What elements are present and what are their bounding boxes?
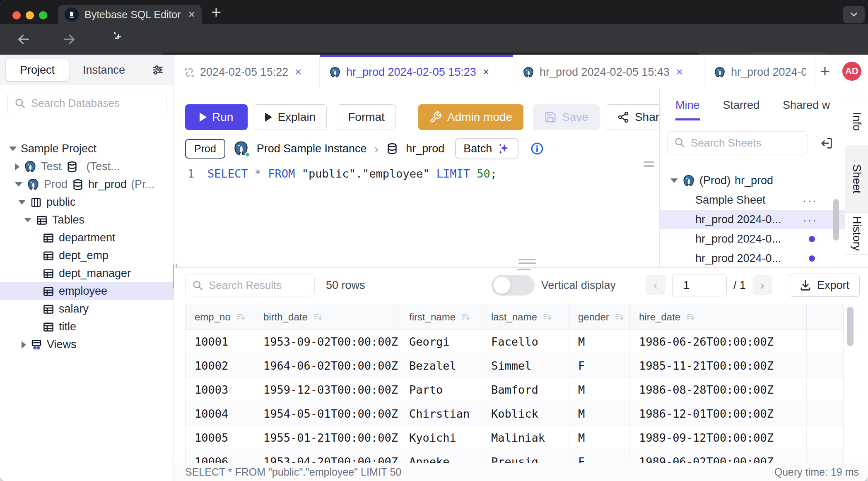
tab-starred[interactable]: Starred <box>723 99 760 118</box>
close-sheet-icon[interactable]: × <box>676 66 683 79</box>
tab-shared[interactable]: Shared w <box>783 99 830 118</box>
sort-icon[interactable] <box>313 312 323 322</box>
sheet-item-unsaved[interactable]: hr_prod 2024-0... <box>660 229 845 249</box>
tree-item-tables-group[interactable]: Tables <box>0 211 174 229</box>
search-results-input[interactable] <box>185 274 315 296</box>
search-databases-input[interactable] <box>7 92 166 114</box>
save-button[interactable]: Save <box>533 104 600 130</box>
sheet-item-selected[interactable]: hr_prod 2024-0... ··· <box>660 210 845 229</box>
tree-item-views-group[interactable]: Views <box>0 336 174 354</box>
environment-badge[interactable]: Prod <box>185 139 225 159</box>
search-icon <box>14 97 26 109</box>
sort-icon[interactable] <box>461 312 471 322</box>
batch-mode-button[interactable]: Batch <box>455 138 518 159</box>
caret-right-icon[interactable] <box>15 163 19 171</box>
more-icon[interactable]: ··· <box>803 213 817 227</box>
import-sheet-icon[interactable] <box>820 136 834 150</box>
strip-tab-history[interactable]: History <box>845 213 868 255</box>
caret-down-icon[interactable] <box>15 182 22 187</box>
info-icon[interactable] <box>530 142 544 156</box>
run-button[interactable]: Run <box>185 104 248 130</box>
caret-down-icon[interactable] <box>18 200 26 204</box>
sql-editor[interactable]: 1 SELECT * FROM "public"."employee" LIMI… <box>174 167 659 180</box>
page-input[interactable] <box>672 274 727 296</box>
new-tab-button[interactable]: + <box>207 3 225 22</box>
sort-icon[interactable] <box>685 312 696 322</box>
caret-down-icon[interactable] <box>24 218 31 222</box>
tree-item-dept-manager[interactable]: dept_manager <box>0 265 174 282</box>
strip-tab-sheet[interactable]: Sheet <box>845 145 868 213</box>
sheet-tab-3[interactable]: hr_prod 2024-02-05 15:43 × <box>513 55 704 88</box>
explain-button[interactable]: Explain <box>254 104 327 130</box>
sort-icon[interactable] <box>542 312 553 322</box>
caret-down-icon[interactable] <box>9 147 17 151</box>
tab-instance[interactable]: Instance <box>69 59 139 81</box>
avatar[interactable]: AD <box>842 62 861 81</box>
editor-results-resize-handle[interactable] <box>518 257 536 266</box>
database-name[interactable]: hr_prod <box>406 142 444 155</box>
reload-icon[interactable] <box>107 32 121 46</box>
new-sheet-button[interactable]: + <box>815 55 834 88</box>
column-header-first-name[interactable]: first_name <box>400 304 482 329</box>
tree-item-department[interactable]: department <box>0 229 174 247</box>
column-header-gender[interactable]: gender <box>569 304 630 329</box>
format-button[interactable]: Format <box>337 104 396 130</box>
strip-tab-info[interactable]: Info <box>845 98 868 145</box>
tree-item-hr-prod[interactable]: Prod hr_prod (Pr... <box>0 176 174 193</box>
tree-item-salary[interactable]: salary <box>0 300 174 318</box>
sheet-tab-1[interactable]: 2024-02-05 15:22 × <box>174 55 320 88</box>
tab-mine[interactable]: Mine <box>675 99 700 120</box>
tree-item-employee-selected[interactable]: employee <box>0 282 174 300</box>
vertical-display-toggle[interactable] <box>492 275 535 296</box>
column-header-birth-date[interactable]: birth_date <box>254 304 400 329</box>
column-header-hire-date[interactable]: hire_date <box>630 304 807 329</box>
tree-item-dept-emp[interactable]: dept_emp <box>0 247 174 265</box>
close-sheet-icon[interactable]: × <box>483 66 489 79</box>
back-icon[interactable] <box>17 32 31 46</box>
zoom-window-button[interactable] <box>39 11 47 19</box>
prev-page-button[interactable]: ‹ <box>646 275 665 295</box>
caret-down-icon[interactable] <box>670 178 678 183</box>
sheet-item-sample[interactable]: Sample Sheet ··· <box>660 190 845 210</box>
caret-right-icon[interactable] <box>22 341 26 349</box>
table-row[interactable]: 100021964-06-02T00:00:00ZBezalelSimmelF1… <box>186 354 843 378</box>
table-row[interactable]: 100011953-09-02T00:00:00ZGeorgiFacelloM1… <box>186 330 843 354</box>
sheet-list-scrollbar[interactable] <box>833 199 839 240</box>
instance-name[interactable]: Prod Sample Instance <box>257 142 367 155</box>
search-sheets-input[interactable] <box>667 131 808 154</box>
tree-item-schema-public[interactable]: public <box>0 193 174 211</box>
forward-icon[interactable] <box>62 32 76 46</box>
sort-icon[interactable] <box>236 312 246 322</box>
sheet-tab-4[interactable]: hr_prod 2024-0 <box>704 55 815 88</box>
table-row[interactable]: 100031959-12-03T00:00:00ZPartoBamfordM19… <box>186 378 843 402</box>
close-window-button[interactable] <box>12 11 21 19</box>
sheet-group-hr-prod[interactable]: (Prod) hr_prod <box>660 171 845 190</box>
column-header-emp-no[interactable]: emp_no <box>186 304 254 329</box>
tree-item-project[interactable]: Sample Project <box>0 140 174 158</box>
browser-tab[interactable]: Bytebase SQL Editor × <box>58 5 202 24</box>
tab-search-chevron-button[interactable] <box>843 6 865 23</box>
tab-project[interactable]: Project <box>6 59 69 81</box>
column-header-last-name[interactable]: last_name <box>482 304 569 329</box>
close-tab-icon[interactable]: × <box>188 9 195 20</box>
admin-mode-button[interactable]: Admin mode <box>418 104 523 130</box>
sheet-item-unsaved-2[interactable]: hr_prod 2024-0... <box>660 249 845 267</box>
filter-sliders-icon[interactable] <box>151 63 164 77</box>
minimize-window-button[interactable] <box>26 11 34 19</box>
export-button[interactable]: Export <box>789 274 860 297</box>
sheet-tab-2-active[interactable]: hr_prod 2024-02-05 15:23 × <box>320 55 513 88</box>
results-resize-grip[interactable] <box>511 267 536 274</box>
sql-code-line[interactable]: SELECT * FROM "public"."employee" LIMIT … <box>207 167 497 180</box>
table-row[interactable]: 100041954-05-01T00:00:00ZChirstianKoblic… <box>186 402 843 426</box>
unlinked-sheet-icon <box>183 67 195 78</box>
results-scrollbar[interactable] <box>847 307 854 346</box>
next-page-button[interactable]: › <box>752 275 772 295</box>
close-sheet-icon[interactable]: × <box>295 66 301 79</box>
more-icon[interactable]: ··· <box>803 193 817 207</box>
table-row[interactable]: 100051955-01-21T00:00:00ZKyoichiMaliniak… <box>186 426 843 450</box>
tree-item-hr-test[interactable]: Test (Test... <box>0 158 174 176</box>
editor-panel-resize-handle[interactable] <box>644 159 654 169</box>
tree-item-title[interactable]: title <box>0 318 174 336</box>
table-row[interactable]: 100061953-04-20T00:00:00ZAnnekePreusigF1… <box>186 450 843 463</box>
sort-icon[interactable] <box>614 312 625 322</box>
